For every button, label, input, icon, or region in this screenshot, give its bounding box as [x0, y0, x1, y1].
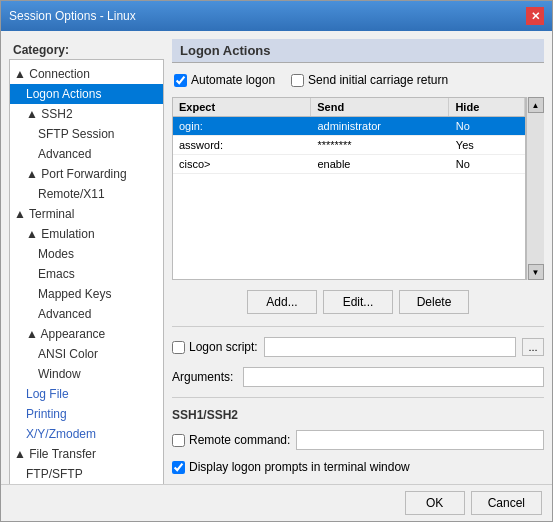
- arguments-row: Arguments:: [172, 365, 544, 389]
- logon-script-row: Logon script: ...: [172, 335, 544, 359]
- edit-button[interactable]: Edit...: [323, 290, 393, 314]
- logon-script-checkbox[interactable]: [172, 341, 185, 354]
- table-inner: Expect Send Hide ogin: administrator No …: [173, 98, 525, 279]
- display-prompts-row: Display logon prompts in terminal window: [172, 458, 544, 476]
- separator1: [172, 326, 544, 327]
- scroll-up-btn[interactable]: ▲: [528, 97, 544, 113]
- remote-command-row: Remote command:: [172, 428, 544, 452]
- sidebar-item-port-forwarding[interactable]: ▲ Port Forwarding: [10, 164, 163, 184]
- sidebar-item-modes[interactable]: Modes: [10, 244, 163, 264]
- logon-script-checkbox-label[interactable]: Logon script:: [172, 340, 258, 354]
- dialog-footer: OK Cancel: [1, 484, 552, 521]
- col-header-expect: Expect: [173, 98, 311, 116]
- arguments-label: Arguments:: [172, 370, 237, 384]
- sidebar-item-emacs[interactable]: Emacs: [10, 264, 163, 284]
- sidebar-item-emulation[interactable]: ▲ Emulation: [10, 224, 163, 244]
- category-label: Category:: [9, 39, 164, 59]
- session-options-dialog: Session Options - Linux ✕ Category: ▲ Co…: [0, 0, 553, 522]
- table-row[interactable]: assword: ******** Yes: [173, 136, 525, 155]
- checkbox-row-top: Automate logon Send initial carriage ret…: [172, 69, 544, 91]
- display-prompts-checkbox[interactable]: [172, 461, 185, 474]
- logon-script-text: Logon script:: [189, 340, 258, 354]
- cell-hide: No: [450, 155, 525, 173]
- title-bar: Session Options - Linux ✕: [1, 1, 552, 31]
- panel-content: Automate logon Send initial carriage ret…: [172, 69, 544, 476]
- sidebar-item-log-file[interactable]: Log File: [10, 384, 163, 404]
- dialog-body: Category: ▲ ConnectionLogon Actions▲ SSH…: [1, 31, 552, 484]
- table-body: ogin: administrator No assword: ********…: [173, 117, 525, 279]
- sidebar-item-sftp-session[interactable]: SFTP Session: [10, 124, 163, 144]
- sidebar-tree: ▲ ConnectionLogon Actions▲ SSH2SFTP Sess…: [10, 64, 163, 484]
- add-button[interactable]: Add...: [247, 290, 317, 314]
- remote-command-checkbox[interactable]: [172, 434, 185, 447]
- cell-expect: ogin:: [173, 117, 311, 135]
- automate-logon-text: Automate logon: [191, 73, 275, 87]
- table-header: Expect Send Hide: [173, 98, 525, 117]
- sidebar-item-window[interactable]: Window: [10, 364, 163, 384]
- automate-logon-checkbox[interactable]: [174, 74, 187, 87]
- col-header-hide: Hide: [449, 98, 525, 116]
- sidebar-item-ansi-color[interactable]: ANSI Color: [10, 344, 163, 364]
- sidebar-item-xyz-modem[interactable]: X/Y/Zmodem: [10, 424, 163, 444]
- sidebar-item-file-transfer[interactable]: ▲ File Transfer: [10, 444, 163, 464]
- panel-title: Logon Actions: [172, 39, 544, 63]
- automate-logon-label[interactable]: Automate logon: [174, 73, 275, 87]
- remote-command-checkbox-label[interactable]: Remote command:: [172, 433, 290, 447]
- sidebar-item-ssh2[interactable]: ▲ SSH2: [10, 104, 163, 124]
- send-carriage-checkbox[interactable]: [291, 74, 304, 87]
- sidebar-item-mapped-keys[interactable]: Mapped Keys: [10, 284, 163, 304]
- ok-button[interactable]: OK: [405, 491, 465, 515]
- table-row[interactable]: cisco> enable No: [173, 155, 525, 174]
- cell-expect: cisco>: [173, 155, 311, 173]
- cell-hide: No: [450, 117, 525, 135]
- sidebar-item-appearance[interactable]: ▲ Appearance: [10, 324, 163, 344]
- logon-script-input[interactable]: [264, 337, 516, 357]
- cell-expect: assword:: [173, 136, 311, 154]
- remote-command-text: Remote command:: [189, 433, 290, 447]
- cancel-button[interactable]: Cancel: [471, 491, 542, 515]
- arguments-input[interactable]: [243, 367, 544, 387]
- cell-send: enable: [311, 155, 449, 173]
- display-prompts-text: Display logon prompts in terminal window: [189, 460, 410, 474]
- sidebar-item-terminal[interactable]: ▲ Terminal: [10, 204, 163, 224]
- display-prompts-label[interactable]: Display logon prompts in terminal window: [172, 460, 410, 474]
- table-scrollbar[interactable]: ▲ ▼: [526, 97, 544, 280]
- cell-send: administrator: [311, 117, 449, 135]
- dialog-title: Session Options - Linux: [9, 9, 136, 23]
- sidebar-item-connection[interactable]: ▲ Connection: [10, 64, 163, 84]
- ssh1-ssh2-label: SSH1/SSH2: [172, 408, 544, 422]
- panel-title-bar: Logon Actions: [172, 39, 544, 63]
- send-carriage-label[interactable]: Send initial carriage return: [291, 73, 448, 87]
- scroll-down-btn[interactable]: ▼: [528, 264, 544, 280]
- separator2: [172, 397, 544, 398]
- close-button[interactable]: ✕: [526, 7, 544, 25]
- delete-button[interactable]: Delete: [399, 290, 469, 314]
- send-carriage-text: Send initial carriage return: [308, 73, 448, 87]
- logon-table: Expect Send Hide ogin: administrator No …: [172, 97, 526, 280]
- sidebar-item-remotex11[interactable]: Remote/X11: [10, 184, 163, 204]
- table-container: Expect Send Hide ogin: administrator No …: [172, 97, 544, 280]
- table-buttons: Add... Edit... Delete: [172, 286, 544, 318]
- sidebar-item-advanced-ssh2[interactable]: Advanced: [10, 144, 163, 164]
- sidebar-item-printing[interactable]: Printing: [10, 404, 163, 424]
- sidebar: ▲ ConnectionLogon Actions▲ SSH2SFTP Sess…: [9, 59, 164, 484]
- cell-hide: Yes: [450, 136, 525, 154]
- table-row[interactable]: ogin: administrator No: [173, 117, 525, 136]
- logon-script-browse-btn[interactable]: ...: [522, 338, 544, 356]
- cell-send: ********: [311, 136, 449, 154]
- sidebar-item-ftp-sftp[interactable]: FTP/SFTP: [10, 464, 163, 484]
- sidebar-item-logon-actions[interactable]: Logon Actions: [10, 84, 163, 104]
- col-header-send: Send: [311, 98, 449, 116]
- sidebar-item-advanced-emulation[interactable]: Advanced: [10, 304, 163, 324]
- remote-command-input[interactable]: [296, 430, 544, 450]
- main-panel: Logon Actions Automate logon Send initia…: [172, 39, 544, 476]
